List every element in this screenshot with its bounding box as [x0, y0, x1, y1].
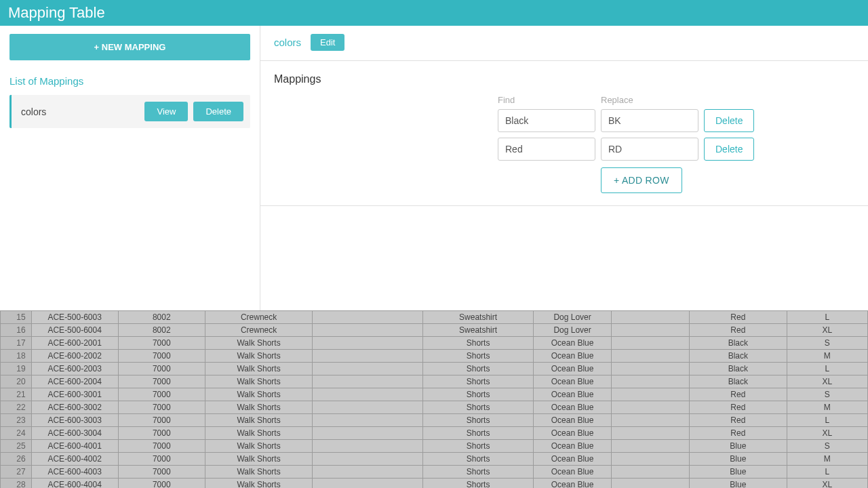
- cell-color[interactable]: Red: [690, 388, 787, 401]
- cell-category[interactable]: Sweatshirt: [423, 324, 534, 337]
- table-row[interactable]: 18ACE-600-20027000Walk ShortsShortsOcean…: [1, 350, 868, 363]
- cell-theme[interactable]: Ocean Blue: [534, 337, 612, 350]
- cell-blank[interactable]: [612, 453, 690, 466]
- cell-blank[interactable]: [612, 440, 690, 453]
- cell-style[interactable]: Crewneck: [205, 324, 313, 337]
- cell-code[interactable]: 7000: [118, 440, 205, 453]
- cell-style[interactable]: Walk Shorts: [205, 414, 313, 427]
- new-mapping-button[interactable]: + NEW MAPPING: [9, 34, 250, 60]
- cell-style[interactable]: Walk Shorts: [205, 440, 313, 453]
- cell-blank[interactable]: [313, 466, 423, 479]
- cell-blank[interactable]: [313, 363, 423, 375]
- cell-style[interactable]: Walk Shorts: [205, 466, 313, 479]
- cell-code[interactable]: 7000: [118, 453, 205, 466]
- cell-code[interactable]: 7000: [118, 375, 205, 388]
- cell-category[interactable]: Shorts: [423, 440, 534, 453]
- table-row[interactable]: 24ACE-600-30047000Walk ShortsShortsOcean…: [1, 427, 868, 440]
- table-row[interactable]: 16ACE-500-60048002CrewneckSweatshirtDog …: [1, 324, 868, 337]
- cell-blank[interactable]: [612, 337, 690, 350]
- cell-color[interactable]: Black: [690, 363, 787, 375]
- table-row[interactable]: 21ACE-600-30017000Walk ShortsShortsOcean…: [1, 388, 868, 401]
- cell-sku[interactable]: ACE-500-6003: [31, 311, 118, 324]
- cell-code[interactable]: 7000: [118, 388, 205, 401]
- cell-blank[interactable]: [612, 479, 690, 489]
- cell-style[interactable]: Walk Shorts: [205, 401, 313, 414]
- cell-category[interactable]: Shorts: [423, 453, 534, 466]
- cell-code[interactable]: 7000: [118, 479, 205, 489]
- cell-style[interactable]: Walk Shorts: [205, 337, 313, 350]
- cell-code[interactable]: 7000: [118, 414, 205, 427]
- cell-code[interactable]: 7000: [118, 363, 205, 375]
- cell-theme[interactable]: Ocean Blue: [534, 440, 612, 453]
- cell-blank[interactable]: [313, 311, 423, 324]
- cell-size[interactable]: M: [787, 350, 867, 363]
- cell-sku[interactable]: ACE-600-2004: [31, 375, 118, 388]
- cell-size[interactable]: XL: [787, 375, 867, 388]
- cell-blank[interactable]: [612, 363, 690, 375]
- cell-category[interactable]: Sweatshirt: [423, 311, 534, 324]
- cell-size[interactable]: XL: [787, 427, 867, 440]
- cell-code[interactable]: 7000: [118, 401, 205, 414]
- cell-theme[interactable]: Ocean Blue: [534, 453, 612, 466]
- cell-sku[interactable]: ACE-600-2002: [31, 350, 118, 363]
- cell-code[interactable]: 8002: [118, 311, 205, 324]
- cell-size[interactable]: M: [787, 401, 867, 414]
- cell-category[interactable]: Shorts: [423, 427, 534, 440]
- cell-theme[interactable]: Ocean Blue: [534, 427, 612, 440]
- cell-category[interactable]: Shorts: [423, 375, 534, 388]
- cell-category[interactable]: Shorts: [423, 337, 534, 350]
- delete-row-button[interactable]: Delete: [704, 138, 754, 161]
- cell-theme[interactable]: Ocean Blue: [534, 466, 612, 479]
- cell-blank[interactable]: [612, 388, 690, 401]
- cell-color[interactable]: Red: [690, 427, 787, 440]
- cell-sku[interactable]: ACE-600-4003: [31, 466, 118, 479]
- table-row[interactable]: 27ACE-600-40037000Walk ShortsShortsOcean…: [1, 466, 868, 479]
- cell-category[interactable]: Shorts: [423, 401, 534, 414]
- replace-input[interactable]: [601, 138, 698, 161]
- cell-style[interactable]: Walk Shorts: [205, 479, 313, 489]
- cell-code[interactable]: 7000: [118, 350, 205, 363]
- cell-color[interactable]: Blue: [690, 440, 787, 453]
- cell-theme[interactable]: Ocean Blue: [534, 479, 612, 489]
- cell-sku[interactable]: ACE-500-6004: [31, 324, 118, 337]
- cell-theme[interactable]: Dog Lover: [534, 324, 612, 337]
- cell-blank[interactable]: [313, 350, 423, 363]
- cell-blank[interactable]: [612, 414, 690, 427]
- cell-blank[interactable]: [612, 324, 690, 337]
- table-row[interactable]: 22ACE-600-30027000Walk ShortsShortsOcean…: [1, 401, 868, 414]
- cell-color[interactable]: Red: [690, 401, 787, 414]
- table-row[interactable]: 28ACE-600-40047000Walk ShortsShortsOcean…: [1, 479, 868, 489]
- cell-blank[interactable]: [313, 479, 423, 489]
- cell-sku[interactable]: ACE-600-3003: [31, 414, 118, 427]
- cell-sku[interactable]: ACE-600-2003: [31, 363, 118, 375]
- cell-color[interactable]: Blue: [690, 466, 787, 479]
- table-row[interactable]: 19ACE-600-20037000Walk ShortsShortsOcean…: [1, 363, 868, 375]
- find-input[interactable]: [498, 109, 595, 132]
- cell-theme[interactable]: Dog Lover: [534, 311, 612, 324]
- table-row[interactable]: 17ACE-600-20017000Walk ShortsShortsOcean…: [1, 337, 868, 350]
- cell-sku[interactable]: ACE-600-4004: [31, 479, 118, 489]
- cell-code[interactable]: 7000: [118, 337, 205, 350]
- cell-style[interactable]: Walk Shorts: [205, 375, 313, 388]
- cell-theme[interactable]: Ocean Blue: [534, 375, 612, 388]
- table-row[interactable]: 15ACE-500-60038002CrewneckSweatshirtDog …: [1, 311, 868, 324]
- cell-category[interactable]: Shorts: [423, 350, 534, 363]
- cell-style[interactable]: Walk Shorts: [205, 350, 313, 363]
- cell-blank[interactable]: [612, 350, 690, 363]
- cell-blank[interactable]: [612, 375, 690, 388]
- cell-size[interactable]: L: [787, 466, 867, 479]
- cell-size[interactable]: L: [787, 363, 867, 375]
- cell-blank[interactable]: [313, 337, 423, 350]
- mapping-list-item[interactable]: colors View Delete: [9, 95, 250, 128]
- delete-row-button[interactable]: Delete: [704, 109, 754, 132]
- table-row[interactable]: 26ACE-600-40027000Walk ShortsShortsOcean…: [1, 453, 868, 466]
- cell-blank[interactable]: [313, 388, 423, 401]
- cell-blank[interactable]: [612, 401, 690, 414]
- cell-style[interactable]: Walk Shorts: [205, 363, 313, 375]
- cell-category[interactable]: Shorts: [423, 388, 534, 401]
- cell-theme[interactable]: Ocean Blue: [534, 401, 612, 414]
- cell-color[interactable]: Blue: [690, 479, 787, 489]
- cell-code[interactable]: 7000: [118, 466, 205, 479]
- cell-color[interactable]: Blue: [690, 453, 787, 466]
- table-row[interactable]: 20ACE-600-20047000Walk ShortsShortsOcean…: [1, 375, 868, 388]
